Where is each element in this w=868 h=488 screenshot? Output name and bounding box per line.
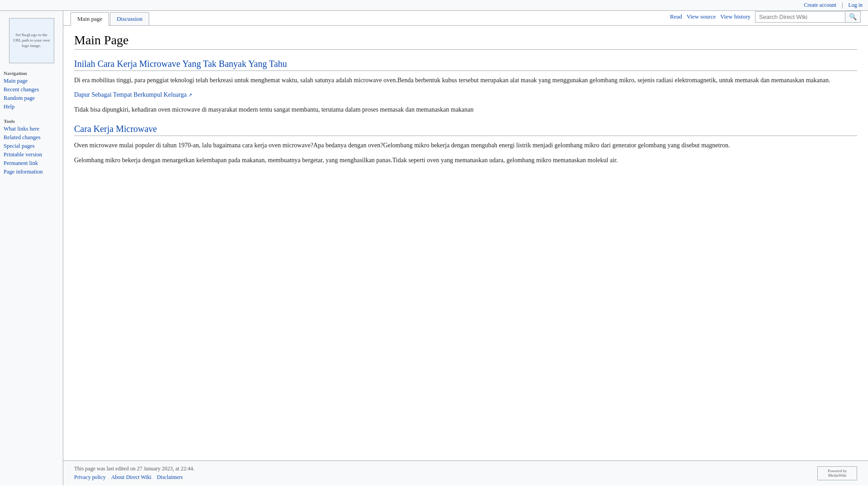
sidebar-item-recent-changes[interactable]: Recent changes xyxy=(0,85,63,94)
footer-links: Privacy policy About Direct Wiki Disclai… xyxy=(74,474,194,481)
dapur-link[interactable]: Dapur Sebagai Tempat Berkumpul Keluarga xyxy=(74,91,192,98)
last-edited-text: This page was last edited on 27 January … xyxy=(74,465,194,472)
privacy-policy-link[interactable]: Privacy policy xyxy=(74,474,106,481)
section-2-paragraph-1: Oven microwave mulai populer di tahun 19… xyxy=(74,141,857,150)
sidebar: Set $wgLogo to the URL path to your own … xyxy=(0,11,63,485)
section-2-paragraph-2: Gelombang mikro bekerja dengan menargetk… xyxy=(74,155,857,165)
sidebar-nav-title: Navigation xyxy=(0,69,63,77)
read-link[interactable]: Read xyxy=(670,13,682,20)
sidebar-item-what-links-here[interactable]: What links here xyxy=(0,125,63,133)
sidebar-item-special-pages[interactable]: Special pages xyxy=(0,142,63,150)
page-tabs: Main page Discussion xyxy=(71,12,150,25)
sidebar-item-main-page[interactable]: Main page xyxy=(0,77,63,85)
article-content: Main Page Inilah Cara Kerja Microwave Ya… xyxy=(63,26,868,460)
create-account-link[interactable]: Create account xyxy=(804,2,836,9)
page-footer: This page was last edited on 27 January … xyxy=(63,460,868,485)
section-2-heading: Cara Kerja Microwave xyxy=(74,124,857,136)
section-1-heading: Inilah Cara Kerja Microwave Yang Tak Ban… xyxy=(74,59,857,71)
sidebar-tools: Tools What links here Related changes Sp… xyxy=(0,117,63,176)
footer-left: This page was last edited on 27 January … xyxy=(74,465,194,481)
main-content-area: Main page Discussion Read View source Vi… xyxy=(63,11,868,485)
sidebar-item-page-information[interactable]: Page information xyxy=(0,168,63,176)
disclaimers-link[interactable]: Disclaimers xyxy=(157,474,183,481)
page-title: Main Page xyxy=(74,33,857,50)
page-header: Main page Discussion Read View source Vi… xyxy=(63,11,868,26)
tab-main-page[interactable]: Main page xyxy=(71,12,109,26)
sidebar-navigation: Navigation Main page Recent changes Rand… xyxy=(0,69,63,111)
section-1-paragraph-1: Di era mobilitas tinggi, para penggiat t… xyxy=(74,75,857,85)
search-input[interactable] xyxy=(755,11,845,23)
sidebar-tools-title: Tools xyxy=(0,117,63,125)
section-1-link-paragraph: Dapur Sebagai Tempat Berkumpul Keluarga xyxy=(74,90,857,100)
about-link[interactable]: About Direct Wiki xyxy=(111,474,151,481)
powered-by: Powered byMediaWiki xyxy=(817,466,857,480)
search-form: 🔍 xyxy=(755,11,861,23)
sidebar-item-help[interactable]: Help xyxy=(0,103,63,111)
page-actions: Read View source View history 🔍 xyxy=(670,11,861,25)
top-bar: Create account | Log in xyxy=(0,0,868,11)
view-source-link[interactable]: View source xyxy=(687,13,716,20)
search-button[interactable]: 🔍 xyxy=(845,11,861,23)
section-1-after-link: Tidak bisa dipungkiri, kehadiran oven mi… xyxy=(74,105,857,115)
site-logo: Set $wgLogo to the URL path to your own … xyxy=(9,18,54,63)
log-in-link[interactable]: Log in xyxy=(848,2,863,9)
mediawiki-badge: Powered byMediaWiki xyxy=(817,466,857,480)
sidebar-item-random-page[interactable]: Random page xyxy=(0,94,63,103)
sidebar-item-related-changes[interactable]: Related changes xyxy=(0,133,63,142)
sidebar-item-permanent-link[interactable]: Permanent link xyxy=(0,159,63,168)
tab-discussion[interactable]: Discussion xyxy=(110,12,149,25)
sidebar-item-printable-version[interactable]: Printable version xyxy=(0,150,63,159)
view-history-link[interactable]: View history xyxy=(720,13,750,20)
